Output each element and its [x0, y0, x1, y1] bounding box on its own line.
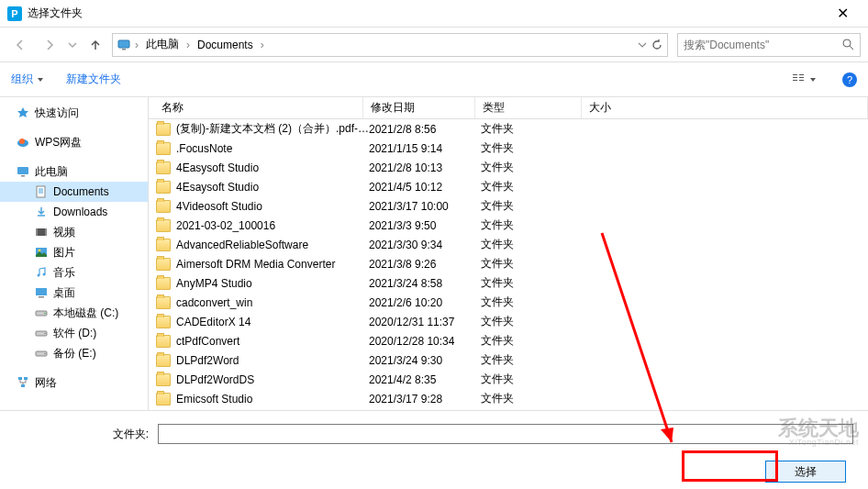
sidebar-item-label: WPS网盘	[35, 135, 82, 150]
file-name: ctPdfConvert	[176, 335, 369, 348]
sidebar-item-label: Downloads	[53, 206, 107, 218]
table-row[interactable]: CADEditorX 142020/12/31 11:37文件夹	[149, 312, 868, 331]
table-row[interactable]: 4Easysoft Studio2021/2/8 10:13文件夹	[149, 158, 868, 177]
video-icon	[35, 226, 48, 239]
sidebar-item-pictures[interactable]: 图片	[0, 242, 148, 262]
drive-icon	[35, 347, 48, 360]
refresh-icon[interactable]	[651, 39, 663, 51]
file-type: 文件夹	[481, 217, 587, 233]
file-type: 文件夹	[481, 352, 587, 368]
up-button[interactable]	[83, 32, 108, 58]
file-name: AdvancedReliableSoftware	[176, 239, 369, 251]
drive-icon	[35, 327, 48, 339]
table-row[interactable]: 2021-03-02_1000162021/3/3 9:50文件夹	[149, 216, 868, 235]
file-name: CADEditorX 14	[176, 316, 369, 328]
view-button[interactable]	[789, 70, 820, 90]
crumb-documents[interactable]: Documents	[194, 37, 257, 53]
table-row[interactable]: DLPdf2WordDS2021/4/2 8:35文件夹	[149, 370, 868, 389]
table-row[interactable]: 4Esaysoft Studio2021/4/5 10:12文件夹	[149, 177, 868, 196]
chevron-down-icon	[809, 76, 817, 83]
column-type[interactable]: 类型	[475, 97, 582, 118]
chevron-down-icon[interactable]	[638, 40, 647, 50]
folder-name-input[interactable]	[158, 424, 853, 444]
new-folder-button[interactable]: 新建文件夹	[66, 72, 121, 87]
file-type: 文件夹	[481, 179, 587, 194]
sidebar-item-label: Documents	[53, 185, 109, 198]
app-icon: P	[7, 6, 22, 21]
sidebar-item-thispc[interactable]: 此电脑	[0, 161, 148, 182]
table-row[interactable]: DLPdf2Word2021/3/24 9:30文件夹	[149, 350, 868, 370]
folder-icon	[156, 142, 171, 155]
folder-label: 文件夹:	[15, 427, 149, 442]
sidebar-item-downloads[interactable]: Downloads	[0, 202, 148, 222]
select-button[interactable]: 选择	[765, 461, 846, 483]
file-type: 文件夹	[481, 237, 587, 252]
column-name[interactable]: 名称	[149, 97, 363, 118]
forward-button[interactable]	[37, 32, 62, 58]
file-name: 4Easysoft Studio	[176, 161, 369, 174]
sidebar-item-desktop[interactable]: 桌面	[0, 283, 148, 303]
file-type: 文件夹	[481, 333, 587, 349]
chevron-right-icon: ›	[133, 39, 140, 51]
breadcrumb[interactable]: › 此电脑 › Documents ›	[112, 33, 668, 57]
file-date: 2021/2/6 10:20	[369, 296, 481, 309]
sidebar-item-network[interactable]: 网络	[0, 372, 148, 393]
footer: 文件夹: 选择	[0, 410, 868, 489]
search-input[interactable]	[684, 39, 842, 51]
file-date: 2020/12/28 10:34	[369, 335, 481, 348]
table-row[interactable]: (复制)-新建文本文档 (2)（合并）.pdf-2...2021/2/8 8:5…	[149, 119, 868, 139]
table-row[interactable]: AdvancedReliableSoftware2021/3/30 9:34文件…	[149, 235, 868, 254]
table-row[interactable]: 4Videosoft Studio2021/3/17 10:00文件夹	[149, 196, 868, 216]
close-button[interactable]: ✕	[824, 0, 861, 28]
sidebar-item-softd[interactable]: 软件 (D:)	[0, 323, 148, 343]
sidebar-item-wps[interactable]: WPS网盘	[0, 132, 148, 152]
help-button[interactable]: ?	[842, 72, 857, 87]
column-size[interactable]: 大小	[582, 97, 868, 118]
svg-rect-1	[122, 49, 126, 50]
sidebar-item-videos[interactable]: 视频	[0, 222, 148, 242]
sidebar-item-backupe[interactable]: 备份 (E:)	[0, 343, 148, 363]
sidebar-item-label: 视频	[53, 225, 75, 240]
file-name: AnyMP4 Studio	[176, 277, 369, 290]
sidebar-item-documents[interactable]: Documents	[0, 182, 148, 202]
sidebar-item-quick[interactable]: 快速访问	[0, 103, 148, 123]
svg-point-29	[44, 313, 46, 315]
sidebar-item-label: 音乐	[53, 265, 75, 281]
table-row[interactable]: .FocusNote2021/1/15 9:14文件夹	[149, 139, 868, 158]
file-date: 2021/3/3 9:50	[369, 219, 481, 232]
column-date[interactable]: 修改日期	[363, 97, 475, 118]
table-row[interactable]: AnyMP4 Studio2021/3/24 8:58文件夹	[149, 273, 868, 293]
folder-icon	[156, 296, 171, 309]
svg-rect-12	[17, 167, 28, 174]
chevron-right-icon: ›	[184, 39, 192, 51]
folder-icon	[156, 373, 171, 386]
table-row[interactable]: ctPdfConvert2020/12/28 10:34文件夹	[149, 331, 868, 350]
svg-rect-5	[793, 77, 797, 78]
table-row[interactable]: Emicsoft Studio2021/3/17 9:28文件夹	[149, 389, 868, 408]
file-date: 2021/1/15 9:14	[369, 142, 481, 155]
search-icon[interactable]	[842, 39, 854, 50]
download-icon	[35, 206, 48, 218]
search-box[interactable]	[677, 33, 861, 57]
crumb-thispc[interactable]: 此电脑	[142, 35, 183, 54]
music-icon	[35, 266, 48, 279]
table-row[interactable]: cadconvert_win2021/2/6 10:20文件夹	[149, 293, 868, 312]
back-button[interactable]	[7, 32, 33, 58]
sidebar-item-localc[interactable]: 本地磁盘 (C:)	[0, 303, 148, 323]
sidebar-item-music[interactable]: 音乐	[0, 262, 148, 283]
sidebar-item-label: 备份 (E:)	[53, 346, 96, 361]
file-name: .FocusNote	[176, 142, 369, 155]
file-name: DLPdf2WordDS	[176, 373, 369, 386]
folder-icon	[156, 239, 171, 251]
sidebar-item-label: 网络	[35, 375, 57, 391]
svg-rect-4	[793, 74, 797, 75]
organize-menu[interactable]: 组织	[11, 72, 33, 87]
folder-icon	[156, 393, 171, 406]
sidebar-item-label: 此电脑	[35, 164, 68, 180]
table-row[interactable]: Aimersoft DRM Media Converter2021/3/8 9:…	[149, 254, 868, 273]
svg-rect-8	[799, 77, 804, 78]
recent-dropdown[interactable]	[66, 32, 79, 58]
file-date: 2021/3/24 8:58	[369, 277, 481, 290]
file-list[interactable]: (复制)-新建文本文档 (2)（合并）.pdf-2...2021/2/8 8:5…	[149, 119, 868, 410]
svg-rect-13	[21, 175, 25, 177]
